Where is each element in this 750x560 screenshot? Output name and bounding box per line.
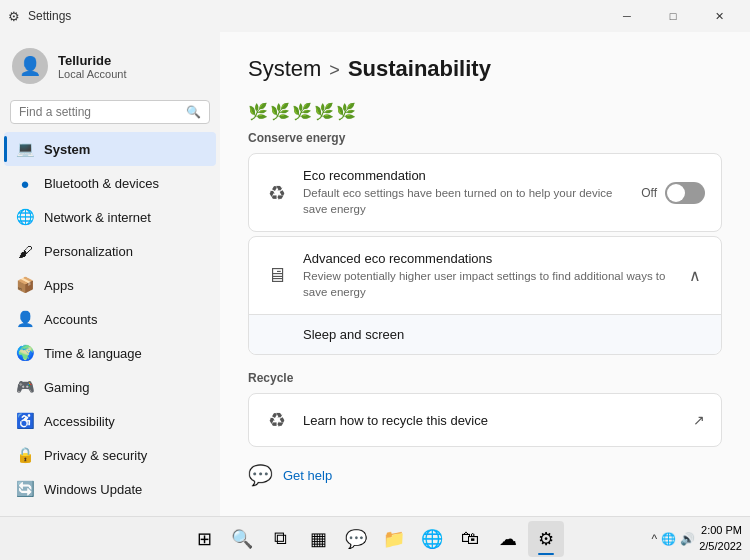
sidebar-item-label: Bluetooth & devices <box>44 176 159 191</box>
sidebar-item-system[interactable]: 💻 System <box>4 132 216 166</box>
tray-volume[interactable]: 🔊 <box>680 532 695 546</box>
avatar: 👤 <box>12 48 48 84</box>
get-help-icon: 💬 <box>248 463 273 487</box>
clock-date: 2/5/2022 <box>699 539 742 554</box>
leaf4: 🌿 <box>314 102 334 121</box>
username: Telluride <box>58 53 127 68</box>
page-title: Sustainability <box>348 56 491 82</box>
leaf1: 🌿 <box>248 102 268 121</box>
breadcrumb-parent: System <box>248 56 321 82</box>
close-button[interactable]: ✕ <box>696 0 742 32</box>
gaming-icon: 🎮 <box>16 378 34 396</box>
adv-eco-card: 🖥 Advanced eco recommendations Review po… <box>248 236 722 355</box>
eco-recommendation-card: ♻ Eco recommendation Default eco setting… <box>248 153 722 232</box>
breadcrumb-chevron: > <box>329 60 340 81</box>
sidebar-item-time[interactable]: 🌍 Time & language <box>4 336 216 370</box>
network-icon: 🌐 <box>16 208 34 226</box>
time-icon: 🌍 <box>16 344 34 362</box>
adv-eco-subtitle: Review potentially higher user impact se… <box>303 268 671 300</box>
tray-chevron[interactable]: ^ <box>652 532 658 546</box>
sidebar-item-personalization[interactable]: 🖌 Personalization <box>4 234 216 268</box>
sidebar-item-bluetooth[interactable]: ● Bluetooth & devices <box>4 166 216 200</box>
taskbar-right: ^ 🌐 🔊 2:00 PM 2/5/2022 <box>652 523 742 554</box>
conserve-energy-label: Conserve energy <box>248 131 722 145</box>
widgets-button[interactable]: ▦ <box>300 521 336 557</box>
title-bar-controls: ─ □ ✕ <box>604 0 742 32</box>
recycle-row[interactable]: ♻ Learn how to recycle this device ↗ <box>249 394 721 446</box>
recycle-section-label: Recycle <box>248 371 722 385</box>
windows-update-icon: 🔄 <box>16 480 34 498</box>
toggle-label: Off <box>641 186 657 200</box>
sys-tray: ^ 🌐 🔊 <box>652 532 696 546</box>
search-input[interactable] <box>19 105 180 119</box>
leaf5: 🌿 <box>336 102 356 121</box>
account-type: Local Account <box>58 68 127 80</box>
accessibility-icon: ♿ <box>16 412 34 430</box>
sidebar-item-gaming[interactable]: 🎮 Gaming <box>4 370 216 404</box>
leaf-icons: 🌿 🌿 🌿 🌿 🌿 <box>248 102 356 121</box>
sidebar-item-label: Time & language <box>44 346 142 361</box>
adv-eco-icon: 🖥 <box>265 264 289 287</box>
eco-recommendation-row: ♻ Eco recommendation Default eco setting… <box>249 154 721 231</box>
sidebar-item-label: Network & internet <box>44 210 151 225</box>
explorer-button[interactable]: 📁 <box>376 521 412 557</box>
sidebar: 👤 Telluride Local Account 🔍 💻 System ● B… <box>0 32 220 516</box>
sidebar-item-label: Personalization <box>44 244 133 259</box>
sidebar-item-label: Apps <box>44 278 74 293</box>
leaf2: 🌿 <box>270 102 290 121</box>
user-profile: 👤 Telluride Local Account <box>0 32 220 96</box>
recycle-icon: ♻ <box>265 408 289 432</box>
maximize-button[interactable]: □ <box>650 0 696 32</box>
taskbar-center: ⊞ 🔍 ⧉ ▦ 💬 📁 🌐 🛍 ☁ ⚙ <box>186 521 564 557</box>
expand-icon[interactable]: ∧ <box>685 262 705 289</box>
time-display[interactable]: 2:00 PM 2/5/2022 <box>699 523 742 554</box>
recycle-card: ♻ Learn how to recycle this device ↗ <box>248 393 722 447</box>
store-button[interactable]: 🛍 <box>452 521 488 557</box>
get-help-row[interactable]: 💬 Get help <box>248 451 722 487</box>
minimize-button[interactable]: ─ <box>604 0 650 32</box>
eco-rec-subtitle: Default eco settings have been turned on… <box>303 185 627 217</box>
sidebar-item-label: System <box>44 142 90 157</box>
taskview-button[interactable]: ⧉ <box>262 521 298 557</box>
sidebar-item-apps[interactable]: 📦 Apps <box>4 268 216 302</box>
title-bar-title: Settings <box>28 9 71 23</box>
eco-toggle[interactable] <box>665 182 705 204</box>
accounts-icon: 👤 <box>16 310 34 328</box>
sidebar-item-accounts[interactable]: 👤 Accounts <box>4 302 216 336</box>
search-taskbar-button[interactable]: 🔍 <box>224 521 260 557</box>
settings-taskbar-button[interactable]: ⚙ <box>528 521 564 557</box>
sidebar-item-accessibility[interactable]: ♿ Accessibility <box>4 404 216 438</box>
eco-rec-title: Eco recommendation <box>303 168 627 183</box>
adv-eco-text: Advanced eco recommendations Review pote… <box>303 251 671 300</box>
sleep-screen-row[interactable]: Sleep and screen <box>249 315 721 354</box>
recycle-text: Learn how to recycle this device <box>303 413 679 428</box>
title-bar: ⚙ Settings ─ □ ✕ <box>0 0 750 32</box>
eco-rec-icon: ♻ <box>265 181 289 205</box>
recycle-title: Learn how to recycle this device <box>303 413 679 428</box>
personalization-icon: 🖌 <box>16 242 34 260</box>
sidebar-item-label: Windows Update <box>44 482 142 497</box>
sidebar-item-privacy[interactable]: 🔒 Privacy & security <box>4 438 216 472</box>
chat-button[interactable]: 💬 <box>338 521 374 557</box>
title-bar-left: ⚙ Settings <box>8 9 71 23</box>
sidebar-item-windows-update[interactable]: 🔄 Windows Update <box>4 472 216 506</box>
external-link-icon[interactable]: ↗ <box>693 412 705 428</box>
app-body: 👤 Telluride Local Account 🔍 💻 System ● B… <box>0 32 750 516</box>
sidebar-item-label: Privacy & security <box>44 448 147 463</box>
sidebar-item-label: Gaming <box>44 380 90 395</box>
conserve-energy-section: 🌿 🌿 🌿 🌿 🌿 <box>248 102 722 123</box>
edge-button[interactable]: 🌐 <box>414 521 450 557</box>
settings-title-icon: ⚙ <box>8 9 22 23</box>
page-header: System > Sustainability <box>248 56 722 82</box>
eco-toggle-container: Off <box>641 182 705 204</box>
content-area: System > Sustainability 🌿 🌿 🌿 🌿 🌿 Conser… <box>220 32 750 516</box>
tray-network[interactable]: 🌐 <box>661 532 676 546</box>
start-button[interactable]: ⊞ <box>186 521 222 557</box>
sidebar-item-network[interactable]: 🌐 Network & internet <box>4 200 216 234</box>
apps-icon: 📦 <box>16 276 34 294</box>
search-box[interactable]: 🔍 <box>10 100 210 124</box>
onedrive-button[interactable]: ☁ <box>490 521 526 557</box>
adv-eco-row[interactable]: 🖥 Advanced eco recommendations Review po… <box>249 237 721 314</box>
taskbar: ⊞ 🔍 ⧉ ▦ 💬 📁 🌐 🛍 ☁ ⚙ ^ 🌐 🔊 2:00 PM 2/5/20… <box>0 516 750 560</box>
sleep-screen-label: Sleep and screen <box>303 327 404 342</box>
